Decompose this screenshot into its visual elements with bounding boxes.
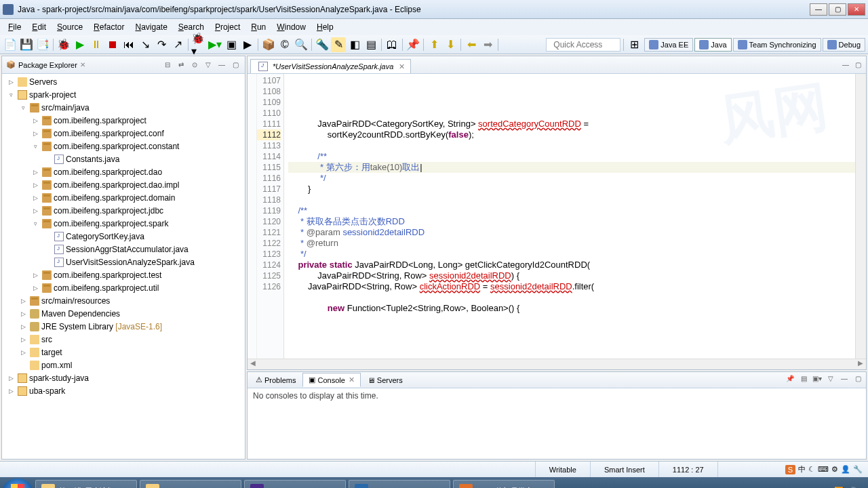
menu-refactor[interactable]: Refactor bbox=[88, 20, 130, 34]
quick-access-input[interactable] bbox=[546, 38, 620, 52]
tree-item[interactable]: ▷target bbox=[2, 346, 245, 359]
tab-servers[interactable]: 🖥Servers bbox=[362, 374, 408, 386]
prev-annotation-button[interactable]: ⬆ bbox=[427, 37, 441, 52]
tree-item[interactable]: ▿spark-project bbox=[2, 88, 245, 101]
step-over-button[interactable]: ↷ bbox=[154, 37, 169, 52]
tree-item[interactable]: UserVisitSessionAnalyzeSpark.java bbox=[2, 256, 245, 268]
search-button[interactable]: 🔦 bbox=[315, 37, 330, 52]
taskbar-item[interactable]: top10热门品类之... bbox=[453, 480, 555, 488]
tray-moon-icon[interactable]: ☾ bbox=[808, 465, 815, 474]
tree-item[interactable]: ▷Servers bbox=[2, 75, 245, 88]
tree-item[interactable]: ▷com.ibeifeng.sparkproject.domain bbox=[2, 191, 245, 204]
next-annotation-button[interactable]: ⬇ bbox=[443, 37, 458, 52]
tree-item[interactable]: ▷com.ibeifeng.sparkproject.jdbc bbox=[2, 204, 245, 217]
console-pin-button[interactable]: 📌 bbox=[785, 375, 795, 386]
taskbar-item[interactable]: SQLyog Ultimat... bbox=[349, 480, 450, 488]
tree-item[interactable]: CategorySortKey.java bbox=[2, 230, 245, 243]
tree-item[interactable]: ▷com.ibeifeng.sparkproject.dao.impl bbox=[2, 178, 245, 191]
taskbar-item[interactable]: 第48讲-用户访问... bbox=[35, 480, 137, 488]
menu-project[interactable]: Project bbox=[210, 20, 245, 34]
scroll-right-icon[interactable]: ▶ bbox=[855, 359, 866, 369]
menu-file[interactable]: File bbox=[3, 20, 26, 34]
menu-navigate[interactable]: Navigate bbox=[130, 20, 172, 34]
new-button[interactable]: 📄 bbox=[3, 37, 18, 52]
horizontal-scrollbar[interactable]: ◀ ▶ bbox=[248, 359, 866, 369]
back-button[interactable]: ⬅ bbox=[464, 37, 479, 52]
collapse-all-button[interactable]: ⊟ bbox=[162, 60, 173, 70]
open-perspective-button[interactable]: ⊞ bbox=[627, 37, 642, 52]
minimize-view-button[interactable]: — bbox=[216, 60, 227, 70]
perspective-java[interactable]: Java bbox=[694, 38, 731, 52]
vertical-scrollbar[interactable] bbox=[855, 74, 866, 359]
menu-source[interactable]: Source bbox=[52, 20, 88, 34]
tree-item[interactable]: ▿src/main/java bbox=[2, 101, 245, 114]
task-button[interactable]: ▤ bbox=[363, 37, 378, 52]
tree-item[interactable]: pom.xml bbox=[2, 359, 245, 371]
tray-lang-icon[interactable]: 中 bbox=[798, 464, 806, 474]
toggle-mark-button[interactable]: ✎ bbox=[331, 37, 346, 52]
minimize-editor-button[interactable]: — bbox=[840, 61, 851, 70]
pin-button[interactable]: 📌 bbox=[406, 37, 420, 52]
code-editor[interactable]: 1107110811091110111111121113111411151116… bbox=[248, 74, 866, 359]
run-dropdown[interactable]: ▶▾ bbox=[208, 37, 222, 52]
menu-edit[interactable]: Edit bbox=[26, 20, 52, 34]
close-button[interactable]: ✕ bbox=[848, 3, 865, 16]
tree-item[interactable]: ▷Maven Dependencies bbox=[2, 307, 245, 320]
editor-tab[interactable]: *UserVisitSessionAnalyzeSpark.java ✕ bbox=[250, 59, 411, 73]
link-editor-button[interactable]: ⇄ bbox=[176, 60, 186, 70]
tree-item[interactable]: ▷JRE System Library [JavaSE-1.6] bbox=[2, 320, 245, 333]
tree-item[interactable]: ▿com.ibeifeng.sparkproject.spark bbox=[2, 217, 245, 230]
perspective-team-synchronizing[interactable]: Team Synchronizing bbox=[733, 38, 821, 52]
tree-item[interactable]: ▷com.ibeifeng.sparkproject.conf bbox=[2, 127, 245, 140]
tree-item[interactable]: ▷com.ibeifeng.sparkproject.util bbox=[2, 281, 245, 294]
close-tab-icon[interactable]: ✕ bbox=[399, 62, 405, 71]
tree-item[interactable]: ▷spark-study-java bbox=[2, 371, 245, 384]
run-button[interactable]: ▶ bbox=[73, 37, 87, 52]
perspective-java-ee[interactable]: Java EE bbox=[644, 38, 693, 52]
run-last-button[interactable]: ▶ bbox=[240, 37, 255, 52]
console-display-button[interactable]: ▤ bbox=[798, 375, 809, 386]
tree-item[interactable]: ▷com.ibeifeng.sparkproject.test bbox=[2, 268, 245, 281]
scroll-left-icon[interactable]: ◀ bbox=[248, 359, 258, 369]
annotations-button[interactable]: ◧ bbox=[347, 37, 362, 52]
tray-keyboard-icon[interactable]: ⌨ bbox=[818, 465, 829, 474]
menu-run[interactable]: Run bbox=[245, 20, 271, 34]
tray-user-icon[interactable]: 👤 bbox=[841, 465, 850, 474]
start-button[interactable] bbox=[3, 479, 33, 488]
maximize-view-button[interactable]: ▢ bbox=[230, 60, 241, 70]
open-type-button[interactable]: 🔍 bbox=[294, 37, 309, 52]
tree-item[interactable]: Constants.java bbox=[2, 152, 245, 165]
tab-problems[interactable]: ⚠Problems bbox=[250, 373, 301, 386]
stop-button[interactable]: ⏹ bbox=[105, 37, 120, 52]
console-new-button[interactable]: ▣▾ bbox=[812, 375, 823, 386]
code-body[interactable]: 风网 JavaPairRDD<CategorySortKey, String> … bbox=[284, 74, 855, 359]
maximize-button[interactable]: ▢ bbox=[829, 3, 846, 16]
package-tree[interactable]: ▷Servers▿spark-project▿src/main/java▷com… bbox=[2, 74, 245, 459]
tree-item[interactable]: ▷uba-spark bbox=[2, 384, 245, 397]
maximize-editor-button[interactable]: ▢ bbox=[852, 61, 863, 70]
tree-item[interactable]: ▷com.ibeifeng.sparkproject bbox=[2, 114, 245, 127]
taskbar-item[interactable]: Java - spark-pr... bbox=[244, 480, 346, 488]
tab-close-icon[interactable]: ✕ bbox=[80, 61, 85, 68]
menu-window[interactable]: Window bbox=[271, 20, 311, 34]
tray-settings-icon[interactable]: ⚙ bbox=[831, 465, 838, 474]
view-menu-button[interactable]: ▽ bbox=[203, 60, 214, 70]
tree-item[interactable]: ▿com.ibeifeng.sparkproject.constant bbox=[2, 140, 245, 152]
menu-help[interactable]: Help bbox=[311, 20, 339, 34]
nav-back-button[interactable]: 🕮 bbox=[384, 37, 399, 52]
tree-item[interactable]: SessionAggrStatAccumulator.java bbox=[2, 243, 245, 256]
pause-button[interactable]: ⏸ bbox=[89, 37, 104, 52]
debug-dropdown[interactable]: 🐞▾ bbox=[191, 37, 206, 52]
new-package-button[interactable]: 📦 bbox=[261, 37, 276, 52]
tree-item[interactable]: ▷src bbox=[2, 333, 245, 346]
save-button[interactable]: 💾 bbox=[19, 37, 34, 52]
save-all-button[interactable]: 📑 bbox=[35, 37, 50, 52]
console-max-button[interactable]: ▢ bbox=[852, 375, 863, 386]
step-into-button[interactable]: ↘ bbox=[138, 37, 153, 52]
forward-button[interactable]: ➡ bbox=[480, 37, 495, 52]
console-menu-button[interactable]: ▽ bbox=[825, 375, 836, 386]
perspective-debug[interactable]: Debug bbox=[823, 38, 865, 52]
focus-button[interactable]: ⊙ bbox=[189, 60, 200, 70]
step-return-button[interactable]: ↗ bbox=[170, 37, 185, 52]
tray-tool-icon[interactable]: 🔧 bbox=[853, 465, 863, 474]
